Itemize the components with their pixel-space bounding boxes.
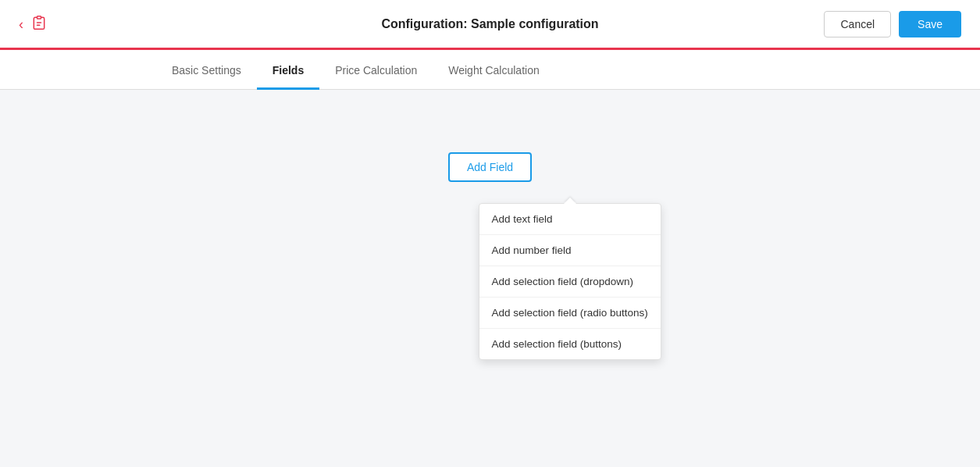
dropdown-arrow — [564, 198, 576, 204]
back-icon[interactable]: ‹ — [19, 17, 23, 31]
page-title: Configuration: Sample configuration — [381, 17, 598, 31]
svg-rect-0 — [37, 16, 41, 19]
header-actions: Cancel Save — [824, 11, 961, 37]
tab-basic-settings[interactable]: Basic Settings — [156, 50, 257, 90]
header-left: ‹ — [19, 15, 47, 33]
add-selection-dropdown-item[interactable]: Add selection field (dropdown) — [479, 266, 661, 298]
tab-navigation: Basic Settings Fields Price Calculation … — [0, 50, 980, 90]
add-number-field-item[interactable]: Add number field — [479, 235, 661, 266]
cancel-button[interactable]: Cancel — [824, 11, 891, 37]
header: ‹ Configuration: Sample configuration Ca… — [0, 0, 980, 50]
add-field-dropdown: Add text field Add number field Add sele… — [479, 203, 661, 360]
tab-fields[interactable]: Fields — [257, 50, 319, 90]
tab-weight-calculation[interactable]: Weight Calculation — [433, 50, 554, 90]
add-selection-radio-item[interactable]: Add selection field (radio buttons) — [479, 298, 661, 329]
add-selection-buttons-item[interactable]: Add selection field (buttons) — [479, 329, 661, 359]
add-field-button[interactable]: Add Field — [448, 152, 532, 182]
save-button[interactable]: Save — [899, 11, 961, 37]
clipboard-icon — [31, 15, 47, 33]
add-text-field-item[interactable]: Add text field — [479, 204, 661, 235]
main-content: Add Field Add text field Add number fiel… — [0, 90, 980, 182]
tab-price-calculation[interactable]: Price Calculation — [319, 50, 433, 90]
